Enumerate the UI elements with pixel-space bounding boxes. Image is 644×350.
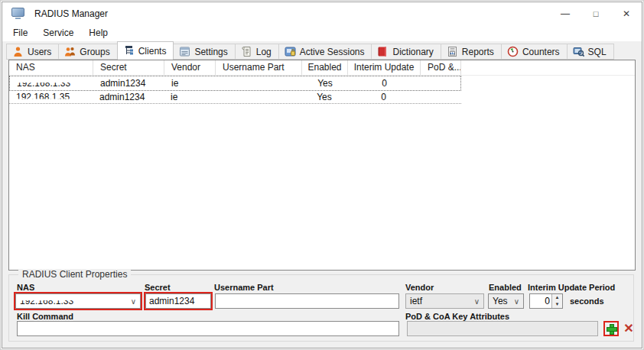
spinner-down-icon[interactable]: ▼ [552, 301, 562, 308]
tab-users[interactable]: Users [6, 44, 59, 60]
delete-attribute-button[interactable]: ✕ [622, 322, 636, 335]
group-icon [64, 46, 76, 57]
enabled-dropdown-value: Yes [493, 296, 508, 306]
cell-enabled: Yes [302, 78, 348, 89]
col-header-interim-update[interactable]: Interim Update [348, 60, 421, 75]
cell-vendor: ie [164, 78, 216, 89]
panel-title: RADIUS Client Properties [18, 269, 131, 280]
username-part-label: Username Part [214, 283, 274, 292]
enabled-dropdown[interactable]: Yes ∨ [488, 293, 524, 309]
app-icon [11, 8, 24, 19]
title-bar: RADIUS Manager — □ ✕ [2, 2, 642, 24]
menu-help[interactable]: Help [81, 24, 115, 41]
table-header: NAS Secret Vendor Username Part Enabled … [9, 60, 635, 76]
cell-nas: 192.168.1.35 [9, 92, 93, 102]
kill-command-label: Kill Command [17, 312, 73, 321]
spinner-buttons[interactable]: ▲ ▼ [551, 294, 562, 308]
cell-secret: admin1234 [93, 78, 164, 89]
nas-dropdown-value: 192.168.1.33 [20, 296, 73, 306]
seconds-label: seconds [570, 297, 604, 306]
tab-label: Settings [194, 47, 227, 57]
interim-update-period-label: Interim Update Period [528, 283, 615, 292]
tab-sql[interactable]: SQL [567, 44, 614, 60]
kill-command-input[interactable] [17, 321, 399, 336]
tab-dictionary[interactable]: Dictionary [371, 44, 441, 60]
window-title: RADIUS Manager [34, 8, 108, 19]
interim-update-input[interactable] [530, 294, 551, 308]
radius-client-properties-panel: RADIUS Client Properties NAS Secret User… [8, 274, 634, 342]
tab-label: Reports [462, 47, 494, 57]
pod-coa-key-attributes-label: PoD & CoA Key Attributes [405, 312, 509, 321]
menu-service[interactable]: Service [35, 24, 81, 41]
add-attribute-button[interactable] [605, 322, 617, 335]
user-icon [12, 46, 24, 57]
tab-label: Users [28, 47, 51, 57]
nas-dropdown[interactable]: 192.168.1.33 ∨ [15, 293, 141, 309]
tab-log[interactable]: Log [235, 44, 279, 60]
minimize-button[interactable]: — [550, 2, 581, 24]
cell-secret: admin1234 [93, 92, 164, 102]
cell-enabled: Yes [301, 92, 347, 102]
active-sessions-icon [285, 46, 296, 57]
tab-reports[interactable]: Reports [441, 44, 502, 60]
table-row[interactable]: 192.168.1.35 admin1234 ie Yes 0 [9, 91, 461, 104]
tab-clients[interactable]: Clients [117, 41, 174, 60]
menu-file[interactable]: File [5, 24, 35, 41]
tab-strip: Users Groups Clients Settings Log Active… [2, 41, 642, 60]
close-button[interactable]: ✕ [611, 2, 642, 24]
dictionary-icon [377, 46, 389, 57]
tab-label: SQL [588, 47, 607, 57]
tab-label: Active Sessions [300, 47, 365, 57]
nas-label: NAS [17, 283, 34, 292]
col-header-secret[interactable]: Secret [93, 60, 164, 75]
spinner-up-icon[interactable]: ▲ [552, 294, 562, 301]
menu-bar: File Service Help [2, 24, 642, 41]
log-icon [241, 46, 252, 57]
clients-table: NAS Secret Vendor Username Part Enabled … [8, 60, 636, 271]
col-header-enabled[interactable]: Enabled [302, 60, 348, 75]
tab-label: Clients [138, 46, 167, 57]
vendor-dropdown[interactable]: ietf ∨ [405, 293, 484, 309]
org-chart-icon [123, 45, 135, 57]
vendor-label: Vendor [405, 283, 434, 292]
interim-update-spinner[interactable]: ▲ ▼ [529, 293, 563, 309]
pod-coa-key-attributes-input[interactable] [407, 321, 598, 336]
col-header-pod[interactable]: PoD &... [421, 60, 461, 75]
secret-input[interactable] [145, 293, 211, 309]
maximize-button[interactable]: □ [581, 2, 611, 24]
settings-icon [179, 46, 190, 57]
col-header-vendor[interactable]: Vendor [164, 60, 216, 75]
tab-groups[interactable]: Groups [58, 44, 117, 60]
tab-label: Counters [522, 47, 560, 57]
sql-icon [573, 46, 584, 57]
cell-interim-update: 0 [348, 78, 421, 89]
tab-counters[interactable]: Counters [501, 44, 568, 60]
enabled-label: Enabled [489, 283, 522, 292]
vendor-dropdown-value: ietf [410, 296, 422, 306]
cell-vendor: ie [164, 92, 215, 102]
tab-settings[interactable]: Settings [173, 44, 235, 60]
chevron-down-icon: ∨ [474, 297, 480, 306]
tab-label: Groups [80, 47, 109, 57]
chevron-down-icon: ∨ [131, 297, 136, 306]
cell-interim-update: 0 [347, 92, 420, 102]
tab-label: Dictionary [392, 47, 433, 57]
username-part-input[interactable] [215, 293, 399, 309]
cell-nas: 192.168.1.33 [10, 78, 93, 89]
tab-active-sessions[interactable]: Active Sessions [278, 44, 372, 60]
secret-label: Secret [145, 283, 171, 292]
col-header-nas[interactable]: NAS [9, 60, 93, 75]
tab-label: Log [256, 47, 272, 57]
reports-icon [447, 46, 458, 57]
app-window: RADIUS Manager — □ ✕ File Service Help U… [2, 2, 642, 348]
chevron-down-icon: ∨ [514, 297, 519, 306]
col-header-username-part[interactable]: Username Part [216, 60, 302, 75]
counters-icon [507, 46, 519, 57]
plus-icon [607, 324, 616, 333]
table-row[interactable]: 192.168.1.33 admin1234 ie Yes 0 [9, 76, 461, 91]
